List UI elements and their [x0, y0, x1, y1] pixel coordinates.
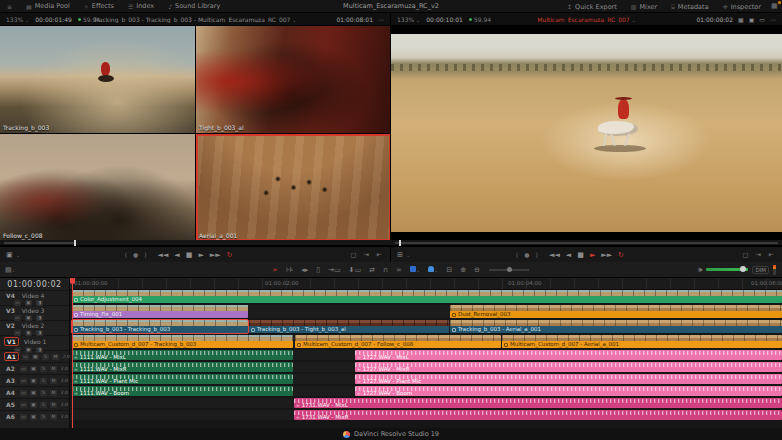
match-frame-icon[interactable]: ◻ [742, 251, 748, 259]
audio-clip[interactable]: ∞1111.WAV - MixR [72, 362, 293, 372]
mark-out-icon[interactable]: ⇤ [768, 251, 774, 259]
destination-a1-badge[interactable]: A1 [4, 352, 19, 361]
clip-tracking-selected[interactable]: Tracking_b_003 - Tracking_b_003 [72, 320, 248, 333]
solo-button[interactable]: S [40, 378, 47, 384]
viewer-more-icon[interactable]: ⋯ [770, 16, 776, 23]
solo-button[interactable]: S [40, 366, 47, 372]
replace-clip-icon[interactable]: ⇄ [369, 266, 375, 274]
mute-button[interactable]: M [50, 378, 57, 384]
audio-clip[interactable]: ∞1727.WAV - MixR [355, 362, 782, 372]
loop-button[interactable]: ↻ [227, 251, 233, 259]
effects-button[interactable]: ✧Effects [77, 0, 121, 12]
clip-tight[interactable]: Tracking_b_003 - Tight_b_003_al [249, 320, 449, 333]
linked-selection-icon[interactable]: ∞ [396, 266, 402, 274]
track-header-v2[interactable]: V2Video 2 ▭▣◨ [0, 320, 69, 335]
go-to-first-frame-button[interactable]: ◄◄ [549, 251, 560, 259]
lock-icon[interactable]: ▭ [20, 402, 27, 408]
volume-slider[interactable] [706, 268, 748, 271]
timeline-title[interactable]: Multicam_Escaramuza_RC_007 ⌄ [537, 16, 636, 23]
auto-select-icon[interactable]: ▣ [30, 402, 37, 408]
track-header-v3[interactable]: V3Video 3 ▭▣◨ [0, 305, 69, 320]
grid-view-icon[interactable]: ▦ [738, 16, 744, 23]
mark-in-icon[interactable]: ⇥ [363, 251, 369, 259]
source-scrubber[interactable] [0, 240, 391, 246]
timeline-lanes[interactable]: 01:00:00:00 01:00:02:00 01:00:04:00 01:0… [70, 278, 782, 428]
auto-select-icon[interactable]: ▣ [30, 414, 37, 420]
lock-icon[interactable]: ▭ [20, 390, 27, 396]
zoom-slider[interactable] [489, 269, 529, 271]
track-header-a4[interactable]: A4 ▭▣ S M 2.0 [0, 386, 69, 398]
track-header-a5[interactable]: A5 ▭▣ S M 2.0 [0, 398, 69, 410]
playhead-line[interactable] [72, 278, 73, 428]
sound-library-button[interactable]: ♪Sound Library [161, 0, 227, 12]
audio-clip[interactable]: ∞1727.WAV - Boom [355, 386, 782, 396]
media-pool-button[interactable]: ▤Media Pool [19, 0, 77, 12]
solo-button[interactable]: S [40, 390, 47, 396]
audio-clip[interactable]: ∞1111.WAV - Plant Mic [72, 374, 293, 384]
audio-clip[interactable]: ∞1111.WAV - Boom [72, 386, 293, 396]
trim-edit-mode-icon[interactable]: ⊦⊧ [286, 266, 293, 274]
audio-clip[interactable]: ∞1727.WAV - MixL [355, 350, 782, 360]
mark-in-icon[interactable]: ⇥ [755, 251, 761, 259]
inspector-button[interactable]: ✛Inspector [716, 0, 768, 13]
save-still-icon[interactable]: ▣ [749, 16, 755, 23]
clip-timing-fix[interactable]: Timing_Fix_001 [72, 305, 248, 318]
mute-button[interactable]: M [50, 414, 57, 420]
selection-mode-icon[interactable]: ➢ [272, 266, 278, 274]
lock-icon[interactable]: ▭ [20, 378, 27, 384]
timeline-view-options-icon[interactable]: ▤⌄ [5, 266, 16, 274]
zoom-full-extent-icon[interactable]: ⊟ [446, 266, 452, 274]
timeline-viewer[interactable] [391, 26, 782, 240]
auto-select-icon[interactable]: ▣ [25, 300, 32, 306]
clip-aerial[interactable]: Tracking_b_003 - Aerial_a_001 [450, 320, 782, 333]
go-to-first-frame-button[interactable]: ◄◄ [158, 251, 169, 259]
timeline-playhead-marker[interactable] [399, 240, 401, 246]
metadata-button[interactable]: ⌸Metadata [664, 0, 715, 13]
jog-control[interactable]: ( ● ) [516, 251, 540, 258]
timeline-zoom-select[interactable]: 133% ⌄ [397, 16, 420, 23]
play-forward-button[interactable]: ► [198, 251, 203, 259]
multicam-angle-tight[interactable]: Tight_b_003_al [196, 26, 391, 133]
custom-zoom-icon[interactable]: ⊖ [474, 266, 480, 274]
play-reverse-button[interactable]: ◄ [174, 251, 179, 259]
multicam-angle-follow[interactable]: Follow_c_008 [0, 134, 195, 240]
stop-button[interactable]: ■ [186, 251, 193, 259]
dim-button[interactable]: DIM [752, 266, 769, 274]
audio-clip[interactable]: ∞1731.WAV - MixL [294, 398, 782, 408]
zoom-detail-icon[interactable]: ⊕ [460, 266, 466, 274]
source-zoom-select[interactable]: 133% ⌄ [6, 16, 29, 23]
marker-icon[interactable]: ⌄ [428, 266, 438, 274]
auto-select-icon[interactable]: ▣ [30, 378, 37, 384]
go-to-last-frame-button[interactable]: ►► [210, 251, 221, 259]
audio-clip[interactable]: ∞1727.WAV - Plant Mic [355, 374, 782, 384]
track-header-a1[interactable]: A1 ▭▣ S M 2.0 [0, 350, 69, 362]
solo-button[interactable]: S [40, 402, 47, 408]
lock-icon[interactable]: ▭ [20, 366, 27, 372]
timeline-timecode[interactable]: 01:00:00:02 [0, 278, 69, 290]
clip-color-adjustment[interactable]: Color_Adjustment_004 [72, 290, 782, 303]
multicam-view-icon[interactable]: ▣ [6, 251, 13, 259]
notifications-icon[interactable]: ▦ [771, 2, 780, 11]
track-header-a2[interactable]: A2 ▭▣ S M 2.0 [0, 362, 69, 374]
blade-edit-mode-icon[interactable]: ▯ [316, 266, 320, 274]
play-reverse-button[interactable]: ◄ [566, 251, 571, 259]
auto-select-icon[interactable]: ▣ [25, 347, 32, 353]
source-playhead-marker[interactable] [74, 240, 76, 246]
insert-clip-icon[interactable]: ⇥▭ [328, 266, 340, 274]
quick-export-button[interactable]: ↥Quick Export [560, 0, 624, 13]
stop-button[interactable]: ■ [577, 251, 584, 259]
destination-v1-badge[interactable]: V1 [4, 337, 19, 346]
lock-icon[interactable]: ▭ [14, 330, 21, 336]
track-header-v1[interactable]: V1Video 1 ▭▣◨ [0, 335, 69, 350]
mute-button[interactable]: M [50, 402, 57, 408]
clip-dust-removal[interactable]: Dust_Removal_003 [450, 305, 782, 318]
jog-control[interactable]: ( ● ) [125, 251, 149, 258]
window-menu-icon[interactable]: ≡ [0, 0, 19, 12]
multicam-angle-tracking[interactable]: Tracking_b_003 [0, 26, 195, 133]
clip-multicam-1[interactable]: Multicam_Custom_d_007 - Tracking_b_003 [72, 335, 293, 348]
display-icon[interactable]: ▭ [759, 16, 765, 23]
lock-icon[interactable]: ▭ [14, 315, 21, 321]
mixer-button[interactable]: ▥Mixer [624, 0, 664, 13]
clip-multicam-3[interactable]: Multicam_Custom_d_007 - Aerial_a_001 [502, 335, 782, 348]
go-to-last-frame-button[interactable]: ►► [601, 251, 612, 259]
